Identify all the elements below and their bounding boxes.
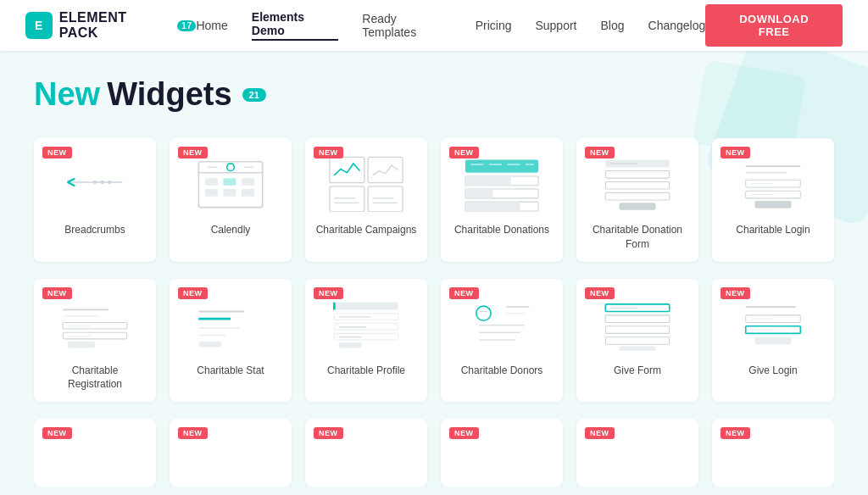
new-badge: NEW (449, 147, 479, 159)
logo[interactable]: E ELEMENT PACK 17 (25, 10, 196, 41)
widget-grid-row1: NEW Breadcrumbs NEW (34, 138, 834, 262)
bottom-card-1[interactable]: NEW (34, 419, 156, 487)
bottom-card-4[interactable]: NEW (441, 419, 563, 487)
nav-home[interactable]: Home (196, 19, 227, 32)
svg-rect-52 (63, 332, 126, 339)
svg-rect-69 (339, 342, 362, 348)
widget-name: Charitable Donation Form (587, 223, 688, 252)
widget-charitable-registration[interactable]: NEW Charitable Registration (34, 279, 156, 403)
svg-rect-27 (465, 176, 511, 186)
svg-point-8 (227, 164, 235, 171)
svg-rect-61 (334, 302, 398, 309)
logo-badge: 17 (177, 20, 196, 31)
widget-breadcrumbs[interactable]: NEW Breadcrumbs (34, 138, 156, 262)
new-badge: NEW (449, 427, 479, 439)
svg-rect-46 (754, 201, 791, 209)
download-button[interactable]: DOWNLOAD FREE (705, 4, 843, 47)
widget-preview-give-login (722, 289, 824, 357)
new-badge: NEW (585, 427, 615, 439)
new-badge: NEW (178, 287, 208, 299)
svg-rect-37 (605, 171, 669, 179)
widget-give-login[interactable]: NEW Give Login (712, 279, 834, 403)
svg-rect-9 (205, 178, 218, 186)
widget-charitable-stat[interactable]: NEW Charitable Stat (170, 279, 292, 403)
new-badge: NEW (42, 147, 72, 159)
svg-rect-19 (330, 186, 364, 212)
svg-rect-86 (754, 336, 791, 344)
svg-rect-80 (605, 336, 669, 344)
new-badge: NEW (314, 427, 343, 439)
widget-preview-campaigns (315, 148, 417, 216)
header: E ELEMENT PACK 17 Home Elements Demo Rea… (0, 0, 868, 51)
widget-grid-row3-partial: NEW NEW NEW NEW NEW NEW (34, 419, 834, 487)
svg-rect-12 (205, 189, 218, 197)
widget-name: Charitable Login (736, 223, 810, 237)
nav-elements-demo[interactable]: Elements Demo (252, 10, 339, 41)
new-badge: NEW (721, 287, 750, 299)
nav-pricing[interactable]: Pricing (476, 19, 512, 32)
new-badge: NEW (42, 287, 72, 299)
widget-charitable-donation-form[interactable]: NEW Charitable Donation Form (576, 138, 698, 262)
svg-rect-60 (198, 342, 221, 347)
nav-changelog[interactable]: Changelog (648, 19, 706, 32)
widget-preview-calendly (180, 148, 281, 216)
nav-ready-templates[interactable]: Ready Templates (362, 12, 451, 39)
svg-rect-20 (368, 186, 403, 212)
widget-preview-breadcrumbs (44, 148, 146, 216)
widget-preview-give-form (587, 289, 688, 357)
svg-rect-64 (334, 323, 398, 330)
widget-charitable-donors[interactable]: NEW Charitable Donors (441, 279, 563, 403)
widget-calendly[interactable]: NEW Calendly (170, 138, 292, 262)
widget-preview-stat (180, 289, 281, 357)
widget-give-form[interactable]: NEW Give Form (576, 279, 698, 403)
svg-rect-78 (605, 314, 669, 322)
main-content: New Widgets 21 NEW Breadcrumbs (0, 51, 868, 495)
new-badge: NEW (178, 427, 208, 439)
svg-point-70 (476, 306, 491, 320)
widget-charitable-donations[interactable]: NEW Charitable Donations (441, 138, 563, 262)
nav-support[interactable]: Support (535, 19, 576, 32)
svg-rect-79 (605, 325, 669, 333)
widget-charitable-campaigns[interactable]: NEW Charitable Campaigns (305, 138, 427, 262)
widget-preview-registration (44, 289, 146, 357)
nav-blog[interactable]: Blog (601, 19, 625, 32)
widget-preview-donations (451, 148, 553, 216)
bottom-card-5[interactable]: NEW (576, 419, 698, 487)
widget-name: Charitable Stat (197, 364, 264, 378)
logo-icon: E (25, 12, 53, 39)
widget-charitable-profile[interactable]: NEW Charitable Profile (305, 279, 427, 403)
bottom-card-3[interactable]: NEW (305, 419, 427, 487)
svg-rect-82 (619, 346, 655, 350)
svg-rect-65 (334, 333, 398, 340)
widget-name: Breadcrumbs (64, 223, 125, 237)
bottom-card-2[interactable]: NEW (170, 419, 292, 487)
widget-name: Calendly (211, 223, 251, 237)
new-badge: NEW (721, 427, 750, 439)
new-badge: NEW (314, 147, 343, 159)
hero-title-text: Widgets (107, 76, 231, 113)
new-badge: NEW (585, 147, 615, 159)
svg-rect-29 (465, 189, 492, 198)
widget-name: Give Form (614, 364, 661, 378)
widget-name: Charitable Registration (44, 364, 146, 392)
svg-point-4 (100, 181, 103, 184)
widget-preview-profile (315, 289, 417, 357)
main-nav: Home Elements Demo Ready Templates Prici… (196, 10, 705, 41)
svg-point-3 (93, 181, 97, 184)
hero-new-word: New (34, 76, 100, 113)
widget-name: Charitable Donations (454, 223, 549, 237)
svg-rect-25 (465, 160, 538, 173)
widget-preview-donation-form (587, 148, 688, 216)
hero-section: New Widgets 21 (34, 76, 834, 113)
svg-rect-10 (223, 178, 236, 186)
hero-badge: 21 (242, 88, 266, 102)
bottom-card-6[interactable]: NEW (712, 419, 834, 487)
widget-charitable-login[interactable]: NEW Charitable Login (712, 138, 834, 262)
svg-rect-39 (605, 192, 669, 200)
svg-point-5 (108, 181, 111, 184)
new-badge: NEW (585, 287, 615, 299)
logo-text: ELEMENT PACK (59, 10, 170, 41)
svg-rect-11 (242, 178, 254, 186)
svg-rect-38 (605, 181, 669, 189)
svg-rect-53 (68, 342, 95, 348)
